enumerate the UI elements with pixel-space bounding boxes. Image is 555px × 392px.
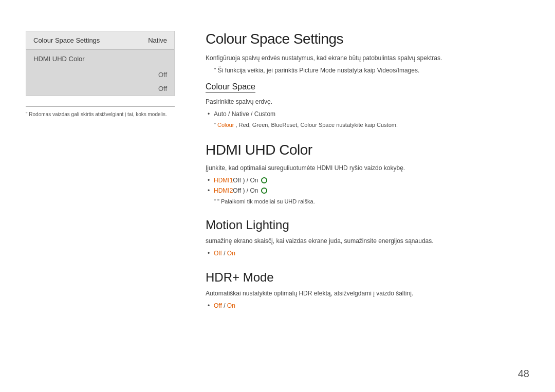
left-footnote: " Rodomas vaizdas gali skirtis atsižvelg… <box>26 106 175 118</box>
colour-space-bullet-1: Auto / Native / Custom <box>206 109 529 119</box>
page-number: 48 <box>518 368 529 380</box>
colour-space-subdesc: Pasirinkite spalvų erdvę. <box>206 97 529 106</box>
note-picture-mode: Picture Mode <box>299 67 336 74</box>
motion-lighting-bullet: Off / On <box>206 249 529 258</box>
motion-lighting-desc: sumažinę ekrano skaisčį, kai vaizdas ekr… <box>206 236 529 246</box>
motion-sep: / <box>222 250 227 257</box>
colour-middle: , Red, Green, Blue <box>234 122 282 128</box>
hdr-sep: / <box>222 302 227 309</box>
motion-off: Off <box>214 250 222 257</box>
motion-on: On <box>227 250 235 257</box>
footnote-text: " Rodomas vaizdas gali skirtis atsižvelg… <box>26 111 175 118</box>
hdmi2-bullet: HDMI2Off ) / On <box>206 186 529 195</box>
hdmi1-on-circle <box>261 177 267 183</box>
menu-off-row-2: Off <box>26 82 174 96</box>
hdmi1-sep: ) / <box>241 177 250 184</box>
hdmi2-off: Off <box>233 187 241 194</box>
menu-sub-item: HDMI UHD Color <box>26 50 174 68</box>
colour-space-subtitle: Colour Space <box>206 82 255 93</box>
hdmi2-sep: ) / <box>241 187 250 194</box>
menu-box: Colour Space Settings Native HDMI UHD Co… <box>26 31 175 96</box>
colour-custom: Custom <box>377 122 396 128</box>
hdr-mode-title: HDR+ Mode <box>206 270 529 285</box>
motion-lighting-title: Motion Lighting <box>206 218 529 232</box>
note-prefix: Ši funkcija veikia, jei parinktis <box>218 67 300 74</box>
hdmi1-on-label: On <box>250 177 258 184</box>
note-videos: Videos/Images <box>377 67 418 74</box>
colour-space-settings-note: Ši funkcija veikia, jei parinktis Pictur… <box>206 66 529 75</box>
hdr-mode-desc: Automatiškai nustatykite optimalų HDR ef… <box>206 289 529 298</box>
colour-space-quote: Colour , Red, Green, BlueReset, Colour S… <box>206 121 529 129</box>
colour-label: Colour <box>217 122 234 128</box>
menu-off-row-1: Off <box>26 68 174 82</box>
hdmi2-on-circle <box>261 188 267 194</box>
hdmi2-on-label: On <box>250 187 258 194</box>
hdmi1-off: Off <box>233 177 241 184</box>
menu-header-row: Colour Space Settings Native <box>26 31 174 50</box>
colour-space-subsection: Colour Space Pasirinkite spalvų erdvę. A… <box>206 82 529 129</box>
hdmi-uhd-section: HDMI UHD Color Įjunkite, kad optimaliai … <box>206 142 529 206</box>
colour-space-bullets: Auto / Native / Custom <box>206 109 529 119</box>
hdmi2-label: HDMI2 <box>214 187 233 194</box>
left-panel: Colour Space Settings Native HDMI UHD Co… <box>26 31 175 371</box>
menu-header-value: Native <box>148 36 167 44</box>
colour-end: . <box>396 122 398 128</box>
hdmi-uhd-footnote: " Palaikomi tik modeliai su UHD raiška. <box>206 197 529 206</box>
colour-cs: Colour Space <box>300 122 335 128</box>
hdr-mode-bullet: Off / On <box>206 301 529 310</box>
note-middle: nustatyta kaip <box>336 67 377 74</box>
hdmi1-bullet: HDMI1Off ) / On <box>206 176 529 185</box>
motion-lighting-section: Motion Lighting sumažinę ekrano skaisčį,… <box>206 218 529 258</box>
colour-space-settings-desc: Konfigūruoja spalvų erdvės nustatymus, k… <box>206 53 529 63</box>
hdr-on: On <box>227 302 235 309</box>
note-suffix: . <box>418 67 419 74</box>
right-panel: Colour Space Settings Konfigūruoja spalv… <box>206 31 529 371</box>
colour-space-settings-section: Colour Space Settings Konfigūruoja spalv… <box>206 31 529 129</box>
colour-space-settings-title: Colour Space Settings <box>206 31 529 47</box>
menu-header-label: Colour Space Settings <box>33 36 100 44</box>
colour-reset: Reset <box>283 122 298 128</box>
hdmi-uhd-desc: Įjunkite, kad optimaliai sureguliuotumėt… <box>206 163 529 173</box>
hdmi-uhd-bullets: HDMI1Off ) / On HDMI2Off ) / On <box>206 176 529 195</box>
hdr-mode-section: HDR+ Mode Automatiškai nustatykite optim… <box>206 270 529 310</box>
colour-suffix: nustatykite kaip <box>335 122 377 128</box>
hdr-off: Off <box>214 302 222 309</box>
hdr-mode-bullets: Off / On <box>206 301 529 310</box>
hdmi1-label: HDMI1 <box>214 177 233 184</box>
hdmi-uhd-title: HDMI UHD Color <box>206 142 529 158</box>
motion-lighting-bullets: Off / On <box>206 249 529 258</box>
